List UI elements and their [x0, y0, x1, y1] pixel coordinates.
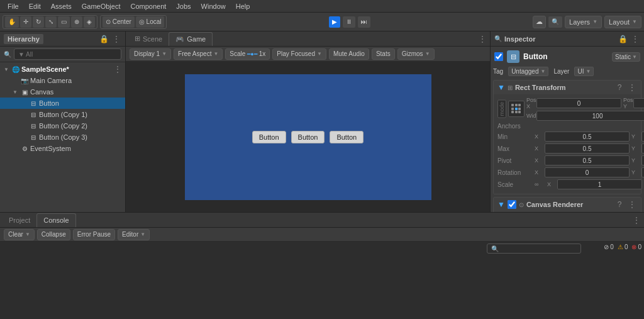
menu-gameobject[interactable]: GameObject — [77, 0, 126, 12]
inspector-menu-icon[interactable]: ⋮ — [630, 34, 640, 44]
pivot-btn[interactable]: ⊙ Center — [103, 16, 135, 28]
anchor-max-y-input[interactable] — [641, 143, 644, 154]
hand-tool[interactable]: ✋ — [5, 16, 19, 28]
rect-transform-help-icon[interactable]: ? — [614, 82, 625, 92]
play-button[interactable]: ▶ — [329, 16, 340, 28]
anchor-cell-mr — [518, 108, 521, 110]
pivot-x-input[interactable] — [545, 155, 630, 165]
pos-y-input[interactable] — [633, 98, 644, 108]
editor-dropdown[interactable]: Editor ▼ — [118, 229, 150, 240]
local-btn[interactable]: ◎ Local — [136, 16, 165, 28]
layers-dropdown[interactable]: Layers ▼ — [565, 16, 602, 28]
game-button-1[interactable]: Button — [252, 131, 286, 143]
search-toolbar-btn[interactable]: 🔍 — [548, 16, 562, 28]
console-search-input[interactable] — [487, 243, 581, 254]
tab-project[interactable]: Project — [3, 213, 36, 227]
menu-file[interactable]: File — [3, 0, 24, 12]
game-button-2[interactable]: Button — [291, 131, 325, 143]
rect-transform-title: Rect Transform — [515, 84, 612, 91]
menu-edit[interactable]: Edit — [24, 0, 46, 12]
rot-x-input[interactable] — [545, 167, 630, 177]
menu-assets[interactable]: Assets — [46, 0, 77, 12]
menu-window[interactable]: Window — [196, 0, 231, 12]
tab-game[interactable]: 🎮 Game — [169, 32, 213, 46]
hierarchy-menu-icon[interactable]: ⋮ — [111, 34, 121, 44]
error-pause-btn[interactable]: Error Pause — [73, 229, 115, 240]
game-button-3[interactable]: Button — [330, 131, 364, 143]
collapse-btn[interactable]: Collapse — [37, 229, 70, 240]
anchor-min-y-input[interactable] — [641, 132, 644, 142]
obj-active-checkbox[interactable] — [494, 52, 503, 61]
pos-x-input[interactable] — [536, 98, 621, 108]
layer-dropdown[interactable]: UI ▼ — [574, 67, 594, 76]
canvas-renderer-section: ▼ ⊙ Canvas Renderer ? ⋮ Cull Transparent… — [493, 197, 641, 212]
hierarchy-lock-icon[interactable]: 🔒 — [99, 34, 109, 44]
tree-item-buttoncopy1[interactable]: ⊟ Button (Copy 1) — [0, 109, 125, 120]
badge-warn: ⚠ 0 — [618, 243, 628, 250]
stats-btn[interactable]: Stats — [372, 48, 395, 60]
play-focused-dropdown[interactable]: Play Focused ▼ — [272, 48, 326, 60]
rot-y-label: Y — [631, 169, 640, 176]
rect-transform-header[interactable]: ▼ ⊞ Rect Transform ? ⋮ — [494, 81, 641, 94]
tree-item-samplescene[interactable]: 🌐 SampleScene* ⋮ — [0, 64, 125, 75]
custom-tool[interactable]: ◈ — [84, 16, 95, 28]
pivot-y-input[interactable] — [641, 155, 644, 165]
tree-item-button[interactable]: ⊟ Button — [0, 98, 125, 109]
bottom-tabs-menu-icon[interactable]: ⋮ — [631, 215, 641, 225]
buttoncopy2-icon: ⊟ — [29, 121, 38, 130]
inspector-lock-icon[interactable]: 🔒 — [618, 34, 628, 44]
mute-audio-btn[interactable]: Mute Audio — [329, 48, 369, 60]
canvas-icon: ▣ — [20, 87, 29, 96]
rot-y-input[interactable] — [641, 167, 644, 177]
inspector-body: ⊟ Button Static ▼ Tag Untagged ▼ Layer U… — [491, 47, 644, 212]
anchor-max-x-input[interactable] — [545, 143, 630, 154]
tab-scene[interactable]: ⊞ Scene — [128, 32, 169, 46]
menu-component[interactable]: Component — [125, 0, 171, 12]
anchor-cell-tc — [515, 104, 518, 106]
anchor-min-x-input[interactable] — [545, 132, 630, 142]
rect-tool[interactable]: ▭ — [58, 16, 70, 28]
gizmos-btn[interactable]: Gizmos ▼ — [397, 48, 435, 60]
aspect-dropdown[interactable]: Free Aspect ▼ — [174, 48, 223, 60]
canvas-renderer-header[interactable]: ▼ ⊙ Canvas Renderer ? ⋮ — [494, 198, 641, 211]
display-dropdown[interactable]: Display 1 ▼ — [130, 48, 171, 60]
layout-dropdown[interactable]: Layout ▼ — [604, 16, 641, 28]
move-tool[interactable]: ✛ — [20, 16, 31, 28]
tree-item-eventsystem[interactable]: ⚙ EventSystem — [0, 143, 125, 154]
anchor-cell-mc — [515, 108, 518, 110]
rotate-tool[interactable]: ↻ — [33, 16, 44, 28]
menu-jobs[interactable]: Jobs — [171, 0, 196, 12]
scale-control[interactable]: Scale ━●━ 1x — [225, 48, 270, 60]
anchor-cell-br — [518, 111, 521, 113]
anchor-widget[interactable] — [508, 101, 525, 117]
game-tab-icon: 🎮 — [175, 35, 184, 43]
tag-dropdown[interactable]: Untagged ▼ — [508, 67, 548, 76]
rect-transform-menu-icon[interactable]: ⋮ — [627, 82, 637, 92]
transform-tool[interactable]: ⊕ — [71, 16, 82, 28]
hierarchy-search-input[interactable] — [14, 48, 121, 60]
anchor-min-y-field: Y — [631, 132, 644, 142]
static-label: Static — [615, 53, 631, 60]
view-tabs-menu-icon[interactable]: ⋮ — [477, 34, 487, 44]
scene-menu-icon[interactable]: ⋮ — [113, 64, 123, 74]
step-button[interactable]: ⏭ — [358, 16, 370, 28]
tree-item-canvas[interactable]: ▣ Canvas — [0, 86, 125, 98]
menu-help[interactable]: Help — [231, 0, 255, 12]
tree-item-buttoncopy2[interactable]: ⊟ Button (Copy 2) — [0, 120, 125, 132]
clear-dropdown[interactable]: Clear ▼ — [4, 229, 35, 240]
tree-item-maincamera[interactable]: 📷 Main Camera — [0, 75, 125, 86]
pos-y-field: Pos Y — [623, 97, 644, 109]
pause-button[interactable]: ⏸ — [343, 16, 355, 28]
hierarchy-tab[interactable]: Hierarchy — [4, 34, 43, 44]
width-input[interactable] — [536, 111, 644, 121]
canvas-renderer-help-icon[interactable]: ? — [614, 199, 625, 210]
tree-item-buttoncopy3[interactable]: ⊟ Button (Copy 3) — [0, 132, 125, 143]
tab-console[interactable]: Console — [36, 213, 75, 227]
canvas-renderer-checkbox[interactable] — [508, 200, 516, 209]
static-dropdown[interactable]: Static ▼ — [612, 52, 640, 62]
rot-x-label: X — [535, 169, 543, 176]
scale-tool[interactable]: ⤡ — [45, 16, 57, 28]
canvas-renderer-menu-icon[interactable]: ⋮ — [627, 199, 637, 210]
tree-label-button: Button — [39, 99, 59, 107]
scale-x-input[interactable] — [557, 179, 642, 189]
